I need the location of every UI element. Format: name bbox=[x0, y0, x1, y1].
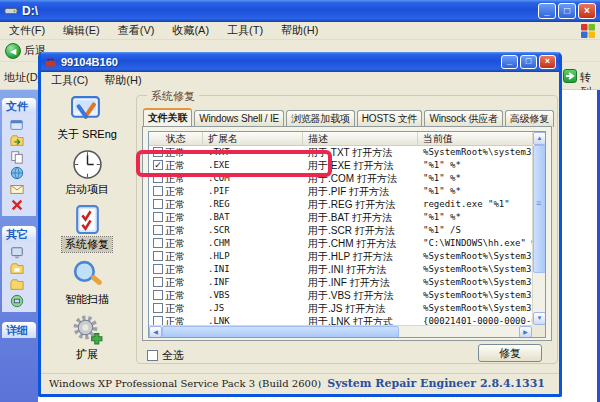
explorer-menu-5[interactable]: 帮助(H) bbox=[272, 23, 327, 38]
explorer-menu-1[interactable]: 编辑(E) bbox=[54, 23, 109, 38]
explorer-menu-2[interactable]: 查看(V) bbox=[109, 23, 164, 38]
row-checkbox[interactable] bbox=[153, 212, 163, 222]
network-icon[interactable] bbox=[10, 294, 24, 308]
row-checkbox[interactable] bbox=[153, 290, 163, 300]
file-tasks-header[interactable]: 文件 bbox=[2, 98, 36, 114]
address-label: 地址(D) bbox=[4, 70, 41, 85]
scroll-up-icon[interactable]: ▲ bbox=[533, 132, 546, 145]
window-icon bbox=[44, 56, 57, 69]
row-checkbox[interactable] bbox=[153, 173, 163, 183]
sidebar-item-scan[interactable]: 智能扫描 bbox=[62, 258, 112, 312]
sreng-close-button[interactable]: × bbox=[539, 55, 556, 69]
table-row[interactable]: 正常.CHM用于.CHM 打开方法"C:\WINDOWS\hh.exe" %1 bbox=[149, 237, 545, 250]
folder-icon[interactable] bbox=[10, 278, 24, 292]
table-row[interactable]: 正常.VBS用于.VBS 打开方法%SystemRoot%\System32\ bbox=[149, 289, 545, 302]
tab-4[interactable]: Winsock 供应者 bbox=[424, 110, 502, 127]
tab-1[interactable]: Windows Shell / IE bbox=[194, 110, 284, 127]
row-checkbox[interactable] bbox=[153, 264, 163, 274]
minimize-button[interactable]: _ bbox=[538, 3, 556, 19]
scan-icon bbox=[71, 258, 104, 291]
startup-icon bbox=[71, 148, 104, 181]
row-checkbox[interactable] bbox=[153, 199, 163, 209]
row-checkbox[interactable] bbox=[153, 277, 163, 287]
sreng-menu-0[interactable]: 工具(C) bbox=[43, 73, 96, 88]
scroll-right-icon[interactable]: ▶ bbox=[519, 326, 532, 338]
sreng-body: 关于 SREng启动项目系统修复智能扫描扩展 系统修复 文件关联Windows … bbox=[41, 89, 559, 373]
file-association-tab-panel: 状态 扩展名 描述 当前值 正常.TXT用于.TXT 打开方法%SystemRo… bbox=[142, 126, 552, 341]
os-version-text: Windows XP Professional Service Pack 3 (… bbox=[49, 378, 321, 389]
table-row[interactable]: ✓正常.EXE用于.EXE 打开方法"%1" %* bbox=[149, 159, 545, 172]
groupbox-title: 系统修复 bbox=[147, 89, 199, 104]
horizontal-scrollbar[interactable]: ◀ ▶ bbox=[149, 325, 532, 337]
vertical-scroll-thumb[interactable] bbox=[533, 145, 546, 273]
copy-icon[interactable] bbox=[10, 150, 24, 164]
table-row[interactable]: 正常.TXT用于.TXT 打开方法%SystemRoot%\system32\ bbox=[149, 146, 545, 159]
row-checkbox[interactable] bbox=[153, 251, 163, 261]
publish-icon[interactable] bbox=[10, 166, 24, 180]
email-icon[interactable] bbox=[10, 182, 24, 196]
rename-icon[interactable] bbox=[10, 118, 24, 132]
move-icon[interactable] bbox=[10, 134, 24, 148]
system-repair-groupbox: 系统修复 文件关联Windows Shell / IE浏览器加载项HOSTS 文… bbox=[136, 95, 558, 364]
explorer-menu-0[interactable]: 文件(F) bbox=[0, 23, 54, 38]
sreng-minimize-button[interactable]: _ bbox=[501, 55, 518, 69]
details-panel: 详细 bbox=[2, 322, 36, 338]
row-checkbox[interactable] bbox=[153, 303, 163, 313]
sreng-sidebar: 关于 SREng启动项目系统修复智能扫描扩展 bbox=[41, 89, 133, 373]
table-row[interactable]: 正常.HLP用于.HLP 打开方法%SystemRoot%\System32\ bbox=[149, 250, 545, 263]
row-checkbox[interactable] bbox=[153, 147, 163, 157]
tab-0[interactable]: 文件关联 bbox=[143, 108, 192, 127]
select-all-checkbox[interactable]: 全选 bbox=[147, 348, 184, 363]
col-header-current-value[interactable]: 当前值 bbox=[418, 132, 545, 145]
details-header[interactable]: 详细 bbox=[2, 322, 36, 338]
table-row[interactable]: 正常.SCR用于.SCR 打开方法"%1" /S bbox=[149, 224, 545, 237]
go-button[interactable] bbox=[563, 69, 577, 83]
sidebar-item-repair[interactable]: 系统修复 bbox=[62, 203, 112, 257]
row-checkbox[interactable]: ✓ bbox=[153, 160, 163, 170]
col-header-extension[interactable]: 扩展名 bbox=[203, 132, 303, 145]
table-row[interactable]: 正常.JS用于.JS 打开方法%SystemRoot%\System32\ bbox=[149, 302, 545, 315]
scroll-left-icon[interactable]: ◀ bbox=[149, 326, 162, 338]
explorer-window-title: D:\ bbox=[22, 4, 538, 18]
vertical-scrollbar[interactable]: ▲ ▼ bbox=[532, 132, 545, 325]
back-icon: ◀ bbox=[5, 43, 21, 59]
tab-3[interactable]: HOSTS 文件 bbox=[357, 110, 423, 127]
other-places-header[interactable]: 其它 bbox=[2, 226, 36, 242]
explorer-titlebar: D:\ _ □ × bbox=[0, 0, 600, 22]
close-button[interactable]: × bbox=[578, 3, 596, 19]
tab-2[interactable]: 浏览器加载项 bbox=[286, 110, 355, 127]
computer-icon[interactable] bbox=[10, 246, 24, 260]
drive-icon bbox=[4, 4, 18, 18]
maximize-button[interactable]: □ bbox=[558, 3, 576, 19]
explorer-menubar: 文件(F)编辑(E)查看(V)收藏(A)工具(T)帮助(H) bbox=[0, 22, 600, 40]
documents-icon[interactable] bbox=[10, 262, 24, 276]
table-row[interactable]: 正常.PIF用于.PIF 打开方法"%1" %* bbox=[149, 185, 545, 198]
sidebar-item-startup[interactable]: 启动项目 bbox=[62, 148, 112, 202]
explorer-menu-items: 文件(F)编辑(E)查看(V)收藏(A)工具(T)帮助(H) bbox=[0, 23, 327, 38]
table-row[interactable]: 正常.INF用于.INF 打开方法%SystemRoot%\System32\ bbox=[149, 276, 545, 289]
col-header-status[interactable]: 状态 bbox=[149, 132, 203, 145]
sreng-maximize-button[interactable]: □ bbox=[520, 55, 537, 69]
row-checkbox[interactable] bbox=[153, 225, 163, 235]
repair-button[interactable]: 修复 bbox=[478, 344, 542, 362]
tab-5[interactable]: 高级修复 bbox=[505, 110, 554, 127]
sreng-menu-1[interactable]: 帮助(H) bbox=[96, 73, 149, 88]
explorer-menu-4[interactable]: 工具(T) bbox=[218, 23, 272, 38]
table-row[interactable]: 正常.COM用于.COM 打开方法"%1" %* bbox=[149, 172, 545, 185]
table-row[interactable]: 正常.BAT用于.BAT 打开方法"%1" %* bbox=[149, 211, 545, 224]
sidebar-item-extension[interactable]: 扩展 bbox=[71, 313, 104, 367]
table-row[interactable]: 正常.INI用于.INI 打开方法%SystemRoot%\System32\ bbox=[149, 263, 545, 276]
delete-icon[interactable] bbox=[10, 198, 24, 212]
scroll-down-icon[interactable]: ▼ bbox=[533, 312, 546, 325]
col-header-description[interactable]: 描述 bbox=[303, 132, 418, 145]
select-all-box[interactable] bbox=[147, 350, 158, 361]
horizontal-scroll-thumb[interactable] bbox=[162, 326, 399, 338]
row-checkbox[interactable] bbox=[153, 186, 163, 196]
explorer-menu-3[interactable]: 收藏(A) bbox=[163, 23, 218, 38]
repair-icon bbox=[71, 203, 104, 236]
row-checkbox[interactable] bbox=[153, 238, 163, 248]
sreng-titlebar: 99104B160 _ □ × bbox=[41, 52, 559, 72]
table-row[interactable]: 正常.REG用于.REG 打开方法regedit.exe "%1" bbox=[149, 198, 545, 211]
sidebar-item-about[interactable]: 关于 SREng bbox=[54, 93, 120, 147]
file-tasks-panel: 文件 bbox=[2, 98, 36, 216]
